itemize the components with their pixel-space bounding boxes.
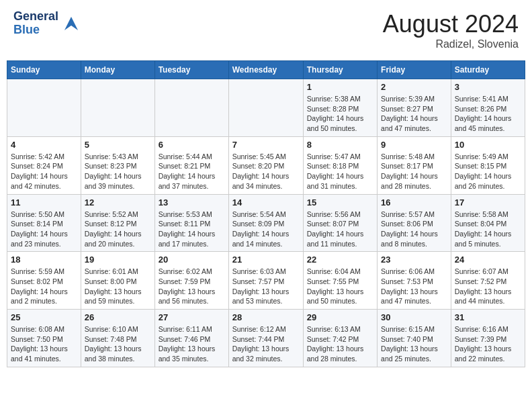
day-info: Sunrise: 6:12 AMSunset: 7:44 PMDaylight:…: [232, 324, 300, 364]
calendar-cell: 30Sunrise: 6:15 AMSunset: 7:40 PMDayligh…: [378, 310, 451, 367]
calendar-cell: 9Sunrise: 5:48 AMSunset: 8:17 PMDaylight…: [378, 136, 451, 194]
day-number: 15: [307, 197, 373, 208]
calendar-cell: 27Sunrise: 6:11 AMSunset: 7:46 PMDayligh…: [154, 310, 228, 367]
logo-line2: Blue: [13, 24, 58, 37]
calendar-cell: 3Sunrise: 5:41 AMSunset: 8:26 PMDaylight…: [451, 79, 525, 137]
calendar-cell: 2Sunrise: 5:39 AMSunset: 8:27 PMDaylight…: [378, 79, 451, 137]
logo: General Blue: [13, 10, 81, 37]
day-info: Sunrise: 6:06 AMSunset: 7:53 PMDaylight:…: [381, 267, 447, 306]
day-info: Sunrise: 5:42 AMSunset: 8:24 PMDaylight:…: [11, 152, 77, 191]
weekday-header-saturday: Saturday: [451, 61, 525, 79]
day-info: Sunrise: 5:39 AMSunset: 8:27 PMDaylight:…: [381, 94, 447, 134]
day-info: Sunrise: 6:13 AMSunset: 7:42 PMDaylight:…: [307, 324, 373, 364]
day-info: Sunrise: 5:58 AMSunset: 8:04 PMDaylight:…: [455, 210, 521, 249]
day-number: 16: [381, 197, 447, 208]
day-number: 17: [455, 197, 521, 208]
day-number: 19: [85, 255, 151, 265]
calendar-cell: 11Sunrise: 5:50 AMSunset: 8:14 PMDayligh…: [7, 194, 81, 252]
day-number: 4: [11, 140, 77, 150]
day-info: Sunrise: 5:52 AMSunset: 8:12 PMDaylight:…: [85, 210, 151, 249]
calendar-cell: 7Sunrise: 5:45 AMSunset: 8:20 PMDaylight…: [228, 136, 303, 194]
calendar-cell: 24Sunrise: 6:07 AMSunset: 7:52 PMDayligh…: [451, 252, 525, 310]
day-number: 14: [232, 197, 300, 208]
day-number: 7: [232, 140, 300, 150]
day-info: Sunrise: 6:03 AMSunset: 7:57 PMDaylight:…: [232, 267, 300, 306]
day-info: Sunrise: 5:57 AMSunset: 8:06 PMDaylight:…: [381, 210, 447, 249]
calendar-cell: [228, 79, 303, 137]
calendar-cell: 4Sunrise: 5:42 AMSunset: 8:24 PMDaylight…: [7, 136, 81, 194]
calendar-cell: 13Sunrise: 5:53 AMSunset: 8:11 PMDayligh…: [154, 194, 228, 252]
day-number: 2: [381, 82, 447, 92]
day-info: Sunrise: 5:43 AMSunset: 8:23 PMDaylight:…: [85, 152, 151, 191]
day-number: 25: [11, 312, 77, 322]
calendar-cell: 23Sunrise: 6:06 AMSunset: 7:53 PMDayligh…: [378, 252, 451, 310]
day-number: 27: [159, 312, 225, 322]
calendar-cell: 19Sunrise: 6:01 AMSunset: 8:00 PMDayligh…: [81, 252, 154, 310]
day-info: Sunrise: 5:45 AMSunset: 8:20 PMDaylight:…: [232, 152, 300, 191]
day-info: Sunrise: 5:53 AMSunset: 8:11 PMDaylight:…: [159, 210, 225, 249]
day-number: 12: [85, 197, 151, 208]
calendar-cell: 20Sunrise: 6:02 AMSunset: 7:59 PMDayligh…: [154, 252, 228, 310]
calendar-cell: 5Sunrise: 5:43 AMSunset: 8:23 PMDaylight…: [81, 136, 154, 194]
subtitle: Radizel, Slovenia: [383, 38, 519, 50]
day-number: 10: [455, 140, 521, 150]
day-info: Sunrise: 6:16 AMSunset: 7:39 PMDaylight:…: [455, 324, 521, 364]
calendar-cell: 17Sunrise: 5:58 AMSunset: 8:04 PMDayligh…: [451, 194, 525, 252]
day-info: Sunrise: 5:41 AMSunset: 8:26 PMDaylight:…: [455, 94, 521, 134]
day-info: Sunrise: 5:50 AMSunset: 8:14 PMDaylight:…: [11, 210, 77, 249]
day-info: Sunrise: 5:44 AMSunset: 8:21 PMDaylight:…: [159, 152, 225, 191]
day-number: 21: [232, 255, 300, 265]
weekday-header-thursday: Thursday: [303, 61, 377, 79]
calendar-cell: [154, 79, 228, 137]
day-number: 31: [455, 312, 521, 322]
day-info: Sunrise: 6:01 AMSunset: 8:00 PMDaylight:…: [85, 267, 151, 306]
logo-line1: General: [13, 10, 58, 24]
calendar-cell: 31Sunrise: 6:16 AMSunset: 7:39 PMDayligh…: [451, 310, 525, 367]
day-info: Sunrise: 5:47 AMSunset: 8:18 PMDaylight:…: [307, 152, 373, 191]
day-number: 8: [307, 140, 373, 150]
day-info: Sunrise: 6:10 AMSunset: 7:48 PMDaylight:…: [85, 324, 151, 364]
day-info: Sunrise: 6:15 AMSunset: 7:40 PMDaylight:…: [381, 324, 447, 364]
day-number: 11: [11, 197, 77, 208]
svg-marker-0: [64, 17, 78, 30]
day-number: 26: [85, 312, 151, 322]
day-number: 29: [307, 312, 373, 322]
calendar-cell: [7, 79, 81, 137]
calendar-cell: 25Sunrise: 6:08 AMSunset: 7:50 PMDayligh…: [7, 310, 81, 367]
day-info: Sunrise: 6:07 AMSunset: 7:52 PMDaylight:…: [455, 267, 521, 306]
day-number: 6: [159, 140, 225, 150]
day-info: Sunrise: 5:54 AMSunset: 8:09 PMDaylight:…: [232, 210, 300, 249]
day-number: 23: [381, 255, 447, 265]
logo-icon: [61, 13, 81, 34]
day-info: Sunrise: 5:38 AMSunset: 8:28 PMDaylight:…: [307, 94, 373, 134]
day-info: Sunrise: 5:49 AMSunset: 8:15 PMDaylight:…: [455, 152, 521, 191]
day-number: 3: [455, 82, 521, 92]
calendar-cell: 16Sunrise: 5:57 AMSunset: 8:06 PMDayligh…: [378, 194, 451, 252]
day-info: Sunrise: 6:02 AMSunset: 7:59 PMDaylight:…: [159, 267, 225, 306]
main-title: August 2024: [383, 10, 519, 38]
day-info: Sunrise: 6:08 AMSunset: 7:50 PMDaylight:…: [11, 324, 77, 364]
weekday-header-monday: Monday: [81, 61, 154, 79]
calendar-cell: 15Sunrise: 5:56 AMSunset: 8:07 PMDayligh…: [303, 194, 377, 252]
day-info: Sunrise: 6:04 AMSunset: 7:55 PMDaylight:…: [307, 267, 373, 306]
day-info: Sunrise: 5:56 AMSunset: 8:07 PMDaylight:…: [307, 210, 373, 249]
weekday-header-sunday: Sunday: [7, 61, 81, 79]
calendar-cell: 21Sunrise: 6:03 AMSunset: 7:57 PMDayligh…: [228, 252, 303, 310]
calendar-cell: 26Sunrise: 6:10 AMSunset: 7:48 PMDayligh…: [81, 310, 154, 367]
calendar-cell: 29Sunrise: 6:13 AMSunset: 7:42 PMDayligh…: [303, 310, 377, 367]
day-number: 1: [307, 82, 373, 92]
calendar-cell: [81, 79, 154, 137]
calendar-cell: 10Sunrise: 5:49 AMSunset: 8:15 PMDayligh…: [451, 136, 525, 194]
day-number: 5: [85, 140, 151, 150]
day-number: 24: [455, 255, 521, 265]
day-number: 28: [232, 312, 300, 322]
day-number: 18: [11, 255, 77, 265]
day-info: Sunrise: 5:59 AMSunset: 8:02 PMDaylight:…: [11, 267, 77, 306]
day-number: 13: [159, 197, 225, 208]
page-header: General Blue August 2024 Radizel, Sloven…: [7, 7, 525, 54]
calendar-cell: 28Sunrise: 6:12 AMSunset: 7:44 PMDayligh…: [228, 310, 303, 367]
weekday-header-tuesday: Tuesday: [154, 61, 228, 79]
calendar-cell: 22Sunrise: 6:04 AMSunset: 7:55 PMDayligh…: [303, 252, 377, 310]
calendar-cell: 8Sunrise: 5:47 AMSunset: 8:18 PMDaylight…: [303, 136, 377, 194]
day-number: 20: [159, 255, 225, 265]
